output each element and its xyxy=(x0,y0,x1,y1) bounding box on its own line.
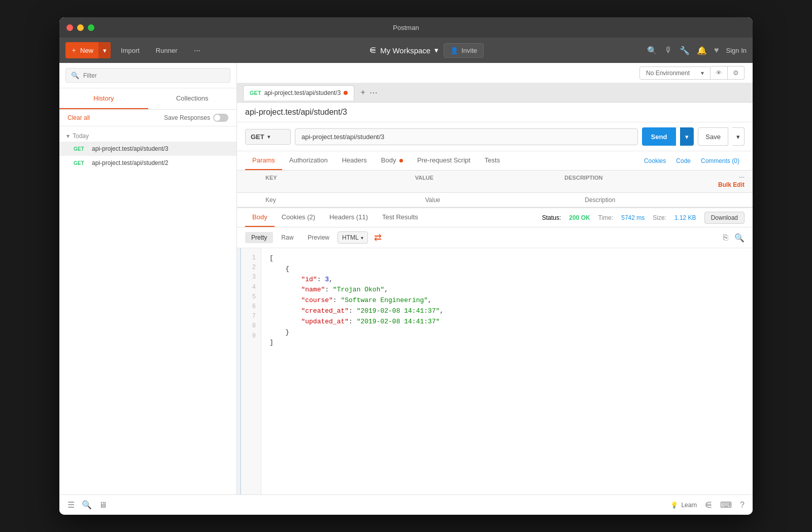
language-selector[interactable]: HTML ▾ xyxy=(337,231,368,244)
actions-col-header: ⋯ Bulk Edit xyxy=(714,175,745,188)
comments-link[interactable]: Comments (0) xyxy=(696,152,745,170)
method-selector[interactable]: GET ▾ xyxy=(245,129,291,145)
download-button[interactable]: Download xyxy=(704,212,745,224)
env-label: No Environment xyxy=(646,70,690,77)
history-url: api-project.test/api/student/2 xyxy=(92,159,168,167)
format-raw-button[interactable]: Raw xyxy=(275,232,299,243)
history-url: api-project.test/api/student/3 xyxy=(92,145,168,152)
subtab-headers[interactable]: Headers xyxy=(335,151,374,170)
key-input[interactable] xyxy=(265,196,425,204)
keyboard-icon[interactable]: ⌨ xyxy=(720,500,732,510)
response-tab-headers[interactable]: Headers (11) xyxy=(322,208,375,227)
toolbar-center: ⋹ My Workspace ▾ 👤 Invite xyxy=(211,43,644,58)
response-format-bar: Pretty Raw Preview HTML ▾ ⇄ ⎘ 🔍 xyxy=(237,227,753,248)
close-button[interactable] xyxy=(66,24,73,31)
send-dropdown-button[interactable]: ▾ xyxy=(680,127,694,146)
clear-all-button[interactable]: Clear all xyxy=(67,114,90,121)
main-content: 🔍 History Collections Clear all Save Res… xyxy=(59,63,753,494)
workspace-button[interactable]: ⋹ My Workspace ▾ xyxy=(369,46,438,55)
filter-input[interactable] xyxy=(83,72,225,79)
save-button[interactable]: Save xyxy=(698,127,728,146)
history-item[interactable]: GET api-project.test/api/student/2 xyxy=(59,156,236,170)
bulk-edit-button[interactable]: Bulk Edit xyxy=(718,181,745,188)
size-value: 1.12 KB xyxy=(674,214,696,221)
desc-input[interactable] xyxy=(585,196,745,204)
subtab-body[interactable]: Body xyxy=(374,151,410,170)
history-item[interactable]: GET api-project.test/api/student/3 xyxy=(59,142,236,156)
maximize-button[interactable] xyxy=(88,24,94,31)
response-tab-body[interactable]: Body xyxy=(245,208,275,227)
environment-selector: No Environment ▾ 👁 ⚙ xyxy=(639,66,745,80)
wrap-icon[interactable]: ⇄ xyxy=(374,232,382,243)
learn-button[interactable]: 💡 Learn xyxy=(670,502,697,509)
import-button[interactable]: Import xyxy=(115,42,146,58)
history-group-header[interactable]: ▾ Today xyxy=(59,130,236,142)
response-tab-test-results[interactable]: Test Results xyxy=(375,208,425,227)
wrench-icon[interactable]: 🔧 xyxy=(680,46,690,55)
env-gear-button[interactable]: ⚙ xyxy=(728,66,745,80)
send-button[interactable]: Send xyxy=(642,127,676,146)
search-in-response-icon[interactable]: 🔍 xyxy=(734,233,745,243)
grid-icon: ⋯ xyxy=(194,47,200,54)
line-num: 5 xyxy=(241,292,261,302)
more-icon[interactable]: ⋯ xyxy=(739,175,745,181)
language-value: HTML xyxy=(342,234,359,241)
request-input-row: GET ▾ Send ▾ Save ▾ xyxy=(237,122,753,151)
status-value: 200 OK xyxy=(569,214,590,221)
runner-button[interactable]: Runner xyxy=(150,42,184,58)
env-bar: No Environment ▾ 👁 ⚙ xyxy=(237,63,753,83)
cookies-link[interactable]: Cookies xyxy=(639,152,671,170)
url-input[interactable] xyxy=(295,128,638,145)
heart-icon[interactable]: ♥ xyxy=(714,46,719,55)
subtab-params[interactable]: Params xyxy=(245,151,282,170)
method-badge: GET xyxy=(74,160,88,166)
add-tab-icon[interactable]: + xyxy=(360,88,365,97)
new-dropdown-arrow[interactable]: ▾ xyxy=(98,42,111,58)
env-select[interactable]: No Environment ▾ xyxy=(639,66,710,80)
invite-button[interactable]: 👤 Invite xyxy=(444,43,484,58)
grid-layout-icon[interactable]: ⋹ xyxy=(705,500,712,510)
response-tab-cookies[interactable]: Cookies (2) xyxy=(275,208,322,227)
key-col-header: KEY xyxy=(261,175,415,188)
tab-collections[interactable]: Collections xyxy=(148,88,237,109)
help-icon[interactable]: ? xyxy=(740,501,745,510)
extra-button[interactable]: ⋯ xyxy=(188,42,207,58)
more-tabs-icon[interactable]: ⋯ xyxy=(369,88,378,97)
learn-icon: 💡 xyxy=(670,502,678,509)
status-label: Status: xyxy=(542,214,561,221)
mic-icon[interactable]: 🎙 xyxy=(664,46,672,55)
subtab-prerequest[interactable]: Pre-request Script xyxy=(410,151,478,170)
runner-label: Runner xyxy=(156,47,178,54)
search-icon[interactable]: 🔍 xyxy=(647,46,657,55)
line-num: 6 xyxy=(241,302,261,312)
request-subtabs: Params Authorization Headers Body Pre-re… xyxy=(237,151,753,171)
env-eye-button[interactable]: 👁 xyxy=(710,66,728,80)
tabs-actions: + ⋯ xyxy=(360,88,377,97)
monitor-icon[interactable]: 🖥 xyxy=(99,501,107,510)
new-button[interactable]: ＋ New ▾ xyxy=(65,42,111,58)
params-row-empty xyxy=(237,193,753,207)
save-dropdown-button[interactable]: ▾ xyxy=(732,127,745,146)
subtab-authorization[interactable]: Authorization xyxy=(282,151,335,170)
chevron-down-icon: ▾ xyxy=(66,132,70,140)
import-label: Import xyxy=(121,47,140,54)
format-preview-button[interactable]: Preview xyxy=(301,232,335,243)
signin-button[interactable]: Sign In xyxy=(726,47,747,54)
request-title: api-project.test/api/student/3 xyxy=(245,108,347,116)
request-title-bar: api-project.test/api/student/3 xyxy=(237,103,753,122)
request-tab-active[interactable]: GET api-project.test/api/student/3 xyxy=(243,85,354,101)
sidebar-toggle-icon[interactable]: ☰ xyxy=(67,500,75,510)
filter-search-box[interactable]: 🔍 xyxy=(65,68,230,83)
search-status-icon[interactable]: 🔍 xyxy=(82,500,92,510)
copy-icon[interactable]: ⎘ xyxy=(723,233,728,243)
value-input[interactable] xyxy=(425,196,585,204)
plus-icon: ＋ xyxy=(71,46,77,55)
bell-icon[interactable]: 🔔 xyxy=(697,46,707,55)
minimize-button[interactable] xyxy=(77,24,84,31)
subtab-tests[interactable]: Tests xyxy=(478,151,507,170)
format-pretty-button[interactable]: Pretty xyxy=(245,232,273,243)
code-link[interactable]: Code xyxy=(671,152,696,170)
sidebar-search-area: 🔍 xyxy=(59,63,236,88)
save-responses-toggle[interactable] xyxy=(213,114,228,122)
tab-history[interactable]: History xyxy=(59,88,148,109)
